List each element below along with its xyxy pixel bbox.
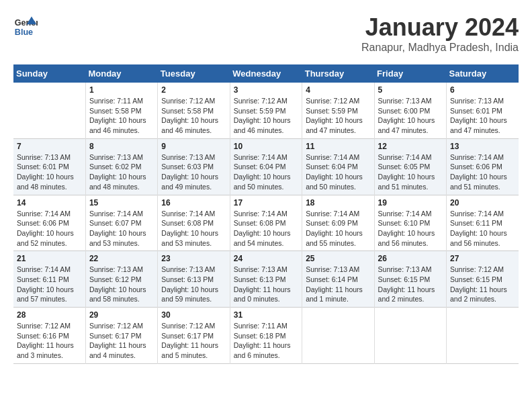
calendar-cell: 20Sunrise: 7:14 AM Sunset: 6:11 PM Dayli…	[447, 195, 519, 251]
day-info: Sunrise: 7:13 AM Sunset: 6:12 PM Dayligh…	[89, 265, 154, 304]
day-info: Sunrise: 7:13 AM Sunset: 6:14 PM Dayligh…	[306, 265, 370, 304]
day-number: 13	[450, 142, 515, 151]
day-number: 7	[17, 142, 82, 151]
day-info: Sunrise: 7:14 AM Sunset: 6:06 PM Dayligh…	[17, 209, 82, 248]
day-info: Sunrise: 7:14 AM Sunset: 6:11 PM Dayligh…	[450, 209, 515, 248]
day-info: Sunrise: 7:13 AM Sunset: 6:01 PM Dayligh…	[17, 152, 82, 192]
calendar-cell: 10Sunrise: 7:14 AM Sunset: 6:04 PM Dayli…	[230, 138, 302, 195]
location-title: Ranapur, Madhya Pradesh, India	[361, 42, 519, 54]
day-number: 22	[89, 254, 154, 263]
calendar-cell: 4Sunrise: 7:12 AM Sunset: 5:59 PM Daylig…	[302, 83, 374, 138]
day-info: Sunrise: 7:13 AM Sunset: 6:01 PM Dayligh…	[450, 96, 515, 136]
day-info: Sunrise: 7:14 AM Sunset: 6:06 PM Dayligh…	[450, 152, 515, 192]
day-info: Sunrise: 7:12 AM Sunset: 6:17 PM Dayligh…	[161, 321, 226, 361]
calendar-week-row: 1Sunrise: 7:11 AM Sunset: 5:58 PM Daylig…	[13, 83, 519, 138]
page-header: General Blue January 2024 Ranapur, Madhy…	[13, 13, 519, 54]
day-number: 18	[306, 198, 370, 208]
day-number: 17	[234, 198, 298, 208]
calendar-cell: 3Sunrise: 7:12 AM Sunset: 5:59 PM Daylig…	[230, 83, 302, 138]
calendar-week-row: 7Sunrise: 7:13 AM Sunset: 6:01 PM Daylig…	[13, 138, 519, 195]
day-number: 6	[450, 85, 515, 95]
day-number: 3	[234, 85, 298, 95]
col-header-tuesday: Tuesday	[158, 64, 230, 83]
day-number: 11	[306, 142, 370, 151]
calendar-cell: 27Sunrise: 7:12 AM Sunset: 6:15 PM Dayli…	[447, 251, 519, 308]
month-title: January 2024	[361, 13, 519, 42]
day-number: 23	[161, 254, 226, 263]
title-block: January 2024 Ranapur, Madhya Pradesh, In…	[361, 13, 519, 54]
calendar-cell	[447, 308, 519, 364]
logo: General Blue	[13, 13, 40, 38]
day-number: 20	[450, 198, 515, 208]
day-info: Sunrise: 7:12 AM Sunset: 6:16 PM Dayligh…	[17, 321, 82, 361]
day-number: 16	[161, 198, 226, 208]
day-info: Sunrise: 7:14 AM Sunset: 6:04 PM Dayligh…	[234, 152, 298, 192]
col-header-friday: Friday	[374, 64, 446, 83]
day-info: Sunrise: 7:14 AM Sunset: 6:05 PM Dayligh…	[378, 152, 443, 192]
calendar-cell: 23Sunrise: 7:13 AM Sunset: 6:13 PM Dayli…	[158, 251, 230, 308]
day-info: Sunrise: 7:12 AM Sunset: 5:59 PM Dayligh…	[234, 96, 298, 136]
col-header-saturday: Saturday	[447, 64, 519, 83]
calendar-cell: 9Sunrise: 7:13 AM Sunset: 6:03 PM Daylig…	[158, 138, 230, 195]
calendar-cell: 19Sunrise: 7:14 AM Sunset: 6:10 PM Dayli…	[374, 195, 446, 251]
day-info: Sunrise: 7:14 AM Sunset: 6:08 PM Dayligh…	[234, 209, 298, 248]
day-number: 10	[234, 142, 298, 151]
calendar-week-row: 28Sunrise: 7:12 AM Sunset: 6:16 PM Dayli…	[13, 308, 519, 364]
day-number: 8	[89, 142, 154, 151]
day-info: Sunrise: 7:11 AM Sunset: 6:18 PM Dayligh…	[234, 321, 298, 361]
day-number: 31	[234, 310, 298, 320]
calendar-cell: 22Sunrise: 7:13 AM Sunset: 6:12 PM Dayli…	[85, 251, 157, 308]
day-number: 19	[378, 198, 443, 208]
day-info: Sunrise: 7:13 AM Sunset: 6:15 PM Dayligh…	[378, 265, 443, 304]
day-number: 12	[378, 142, 443, 151]
logo-icon: General Blue	[13, 13, 38, 38]
day-number: 30	[161, 310, 226, 320]
calendar-cell: 6Sunrise: 7:13 AM Sunset: 6:01 PM Daylig…	[447, 83, 519, 138]
calendar-cell: 30Sunrise: 7:12 AM Sunset: 6:17 PM Dayli…	[158, 308, 230, 364]
day-number: 14	[17, 198, 82, 208]
day-number: 26	[378, 254, 443, 263]
day-number: 27	[450, 254, 515, 263]
calendar-cell: 2Sunrise: 7:12 AM Sunset: 5:58 PM Daylig…	[158, 83, 230, 138]
day-info: Sunrise: 7:13 AM Sunset: 6:02 PM Dayligh…	[89, 152, 154, 192]
day-info: Sunrise: 7:12 AM Sunset: 6:17 PM Dayligh…	[89, 321, 154, 361]
calendar-cell: 21Sunrise: 7:14 AM Sunset: 6:11 PM Dayli…	[13, 251, 85, 308]
day-info: Sunrise: 7:12 AM Sunset: 5:59 PM Dayligh…	[306, 96, 370, 136]
day-info: Sunrise: 7:14 AM Sunset: 6:07 PM Dayligh…	[89, 209, 154, 248]
day-number: 5	[378, 85, 443, 95]
day-number: 2	[161, 85, 226, 95]
col-header-monday: Monday	[85, 64, 157, 83]
day-info: Sunrise: 7:14 AM Sunset: 6:09 PM Dayligh…	[306, 209, 370, 248]
calendar-cell: 11Sunrise: 7:14 AM Sunset: 6:04 PM Dayli…	[302, 138, 374, 195]
svg-text:Blue: Blue	[15, 28, 33, 37]
day-number: 15	[89, 198, 154, 208]
calendar-cell	[302, 308, 374, 364]
calendar-cell: 31Sunrise: 7:11 AM Sunset: 6:18 PM Dayli…	[230, 308, 302, 364]
day-number: 9	[161, 142, 226, 151]
calendar-cell: 13Sunrise: 7:14 AM Sunset: 6:06 PM Dayli…	[447, 138, 519, 195]
calendar-cell: 26Sunrise: 7:13 AM Sunset: 6:15 PM Dayli…	[374, 251, 446, 308]
day-number: 21	[17, 254, 82, 263]
day-number: 25	[306, 254, 370, 263]
col-header-sunday: Sunday	[13, 64, 85, 83]
calendar-cell: 12Sunrise: 7:14 AM Sunset: 6:05 PM Dayli…	[374, 138, 446, 195]
day-info: Sunrise: 7:14 AM Sunset: 6:11 PM Dayligh…	[17, 265, 82, 304]
day-number: 24	[234, 254, 298, 263]
calendar-header-row: SundayMondayTuesdayWednesdayThursdayFrid…	[13, 64, 519, 83]
calendar-cell	[374, 308, 446, 364]
day-number: 1	[89, 85, 154, 95]
calendar-cell: 25Sunrise: 7:13 AM Sunset: 6:14 PM Dayli…	[302, 251, 374, 308]
day-info: Sunrise: 7:13 AM Sunset: 6:13 PM Dayligh…	[234, 265, 298, 304]
day-info: Sunrise: 7:12 AM Sunset: 5:58 PM Dayligh…	[161, 96, 226, 136]
calendar-cell: 16Sunrise: 7:14 AM Sunset: 6:08 PM Dayli…	[158, 195, 230, 251]
day-number: 4	[306, 85, 370, 95]
calendar-cell: 18Sunrise: 7:14 AM Sunset: 6:09 PM Dayli…	[302, 195, 374, 251]
calendar-cell: 17Sunrise: 7:14 AM Sunset: 6:08 PM Dayli…	[230, 195, 302, 251]
day-number: 29	[89, 310, 154, 320]
calendar-cell: 28Sunrise: 7:12 AM Sunset: 6:16 PM Dayli…	[13, 308, 85, 364]
calendar-table: SundayMondayTuesdayWednesdayThursdayFrid…	[13, 64, 519, 364]
calendar-cell: 1Sunrise: 7:11 AM Sunset: 5:58 PM Daylig…	[85, 83, 157, 138]
day-info: Sunrise: 7:12 AM Sunset: 6:15 PM Dayligh…	[450, 265, 515, 304]
calendar-cell: 29Sunrise: 7:12 AM Sunset: 6:17 PM Dayli…	[85, 308, 157, 364]
calendar-cell: 5Sunrise: 7:13 AM Sunset: 6:00 PM Daylig…	[374, 83, 446, 138]
